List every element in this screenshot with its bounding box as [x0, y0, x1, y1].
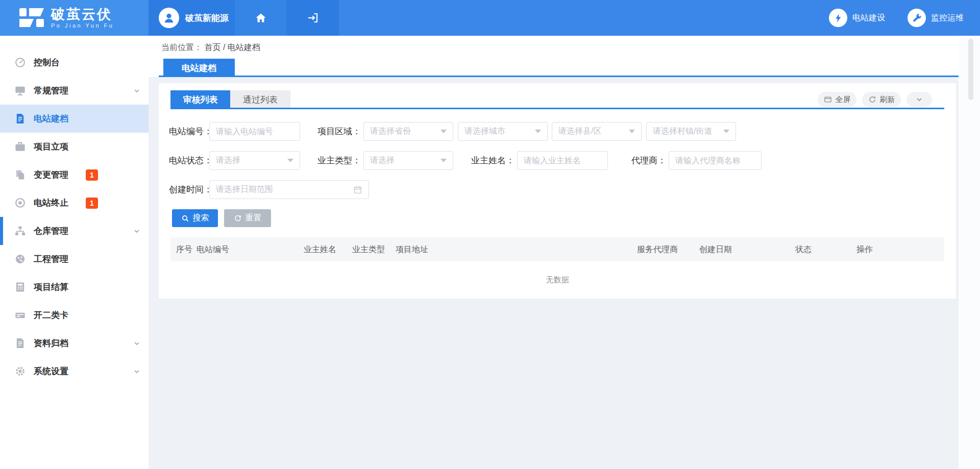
owner-type-select[interactable]: 请选择 [363, 151, 453, 170]
agent-input[interactable] [669, 151, 762, 170]
table-column-header: 操作 [856, 237, 873, 261]
tab-passed-list[interactable]: 通过列表 [230, 90, 290, 109]
sidebar-item-open-type2-card[interactable]: 开二类卡 [0, 301, 149, 329]
sidebar-item-label: 电站建档 [34, 113, 68, 125]
card-icon [14, 309, 26, 321]
reset-label: 重置 [246, 213, 262, 224]
caret-down-icon [440, 130, 447, 133]
table-column-header: 业主姓名 [304, 237, 336, 261]
sidebar-item-label: 常规管理 [34, 85, 68, 96]
logo-icon [19, 8, 44, 28]
sidebar-menu: 控制台常规管理电站建档项目立项变更管理1电站终止1仓库管理工程管理项目结算开二类… [0, 36, 149, 469]
province-select[interactable]: 请选择省份 [363, 122, 453, 141]
scrollbar-thumb[interactable] [968, 39, 973, 100]
table-column-header: 业主类型 [352, 237, 385, 261]
station-status-select[interactable]: 请选择 [209, 151, 300, 170]
file-icon [14, 337, 26, 349]
sidebar-item-data-archiving[interactable]: 资料归档 [0, 329, 149, 357]
user-menu[interactable]: 破茧新能源 [149, 0, 235, 36]
sidebar-item-system-settings[interactable]: 系统设置 [0, 357, 149, 385]
dashboard-icon [14, 57, 26, 68]
table-column-header: 服务代理商 [637, 237, 678, 261]
copy-icon [14, 169, 26, 181]
caret-down-icon [723, 130, 729, 133]
home-button[interactable] [235, 0, 286, 36]
fullscreen-label: 全屏 [836, 95, 851, 105]
fullscreen-button[interactable]: 全屏 [818, 92, 856, 107]
collapse-button[interactable] [906, 92, 932, 107]
page-tab-underline [159, 76, 959, 77]
sidebar-item-station-termination[interactable]: 电站终止1 [0, 189, 149, 217]
owner-name-input[interactable] [517, 151, 608, 170]
sidebar-item-label: 电站终止 [34, 197, 68, 209]
sidebar-item-station-archive[interactable]: 电站建档 [0, 105, 149, 133]
search-label: 搜索 [193, 213, 209, 224]
header-right-nav: 电站建设监控运维 [829, 0, 980, 36]
reset-button[interactable]: 重置 [224, 209, 271, 227]
briefcase-icon [14, 141, 26, 153]
page-tab-station-archive[interactable]: 电站建档 [163, 59, 235, 77]
review-panel: 审核列表 通过列表 全屏 刷新 电站编号： 项目区域： 请选择省份请选择城市请选… [159, 83, 956, 299]
sidebar-item-label: 控制台 [34, 57, 60, 68]
town-select[interactable]: 请选择村镇/街道 [646, 122, 736, 141]
tab-review-list[interactable]: 审核列表 [170, 90, 230, 109]
owner-type-label: 业主类型： [312, 151, 361, 170]
user-icon [162, 11, 176, 24]
sitemap-icon [14, 225, 26, 237]
nav-label: 电站建设 [852, 13, 885, 23]
county-select-placeholder: 请选择县/区 [558, 126, 626, 137]
sidebar-item-project-settlement[interactable]: 项目结算 [0, 273, 149, 301]
sidebar-item-label: 开二类卡 [34, 309, 68, 321]
date-range-input[interactable]: 请选择日期范围 [209, 180, 369, 199]
company-name: 破茧新能源 [185, 12, 229, 24]
avatar [159, 8, 179, 28]
province-select-placeholder: 请选择省份 [370, 126, 437, 137]
notification-badge: 1 [86, 198, 98, 209]
sidebar-item-label: 变更管理 [34, 169, 68, 181]
sidebar-item-label: 仓库管理 [34, 225, 68, 237]
sidebar-item-change-management[interactable]: 变更管理1 [0, 161, 149, 189]
brand-title: 破茧云伏 [51, 7, 114, 21]
county-select[interactable]: 请选择县/区 [552, 122, 642, 141]
table-header-row: 序号电站编号业主姓名业主类型项目地址服务代理商创建日期状态操作 [170, 237, 944, 261]
station-no-input[interactable] [209, 122, 300, 141]
file-icon [14, 113, 26, 125]
refresh-button[interactable]: 刷新 [862, 92, 901, 107]
gauge-icon [14, 253, 26, 265]
sidebar-item-label: 资料归档 [34, 337, 68, 349]
reset-icon [234, 214, 242, 223]
chevron-down-icon [133, 340, 140, 347]
station-status-label: 电站状态： [169, 151, 207, 170]
table-column-header: 状态 [795, 237, 812, 261]
brand-subtitle: Po Jian Yun Fu [51, 22, 114, 29]
station-status-placeholder: 请选择 [216, 155, 284, 166]
sidebar-item-engineering[interactable]: 工程管理 [0, 245, 149, 273]
notification-badge: 1 [86, 169, 98, 181]
logout-button[interactable] [286, 0, 339, 36]
table-column-header: 序号 [176, 237, 192, 261]
chevron-down-icon [133, 228, 140, 235]
sidebar-item-console[interactable]: 控制台 [0, 48, 149, 77]
region-label: 项目区域： [312, 122, 361, 141]
owner-name-label: 业主姓名： [465, 151, 514, 170]
target-icon [14, 197, 26, 209]
refresh-label: 刷新 [880, 95, 895, 105]
gear-icon [14, 365, 26, 377]
sidebar-item-warehouse-management[interactable]: 仓库管理 [0, 217, 149, 245]
table-column-header: 电站编号 [197, 237, 229, 261]
logout-icon [307, 12, 319, 24]
table-column-header: 项目地址 [396, 237, 428, 261]
table-column-header: 创建日期 [699, 237, 732, 261]
scrollbar-track[interactable] [959, 36, 980, 469]
wrench-icon [908, 9, 926, 27]
nav-station-construction[interactable]: 电站建设 [829, 9, 885, 27]
sidebar-item-general-management[interactable]: 常规管理 [0, 77, 149, 105]
nav-monitoring-ops[interactable]: 监控运维 [908, 9, 964, 27]
sidebar-item-project-initiation[interactable]: 项目立项 [0, 133, 149, 161]
search-button[interactable]: 搜索 [172, 209, 218, 227]
breadcrumb-bar: 当前位置： 首页 / 电站建档 电站建档 [149, 36, 980, 77]
breadcrumb-path[interactable]: 首页 / 电站建档 [204, 43, 260, 52]
city-select[interactable]: 请选择城市 [458, 122, 548, 141]
sidebar-item-label: 工程管理 [34, 253, 68, 265]
caret-down-icon [629, 130, 635, 133]
